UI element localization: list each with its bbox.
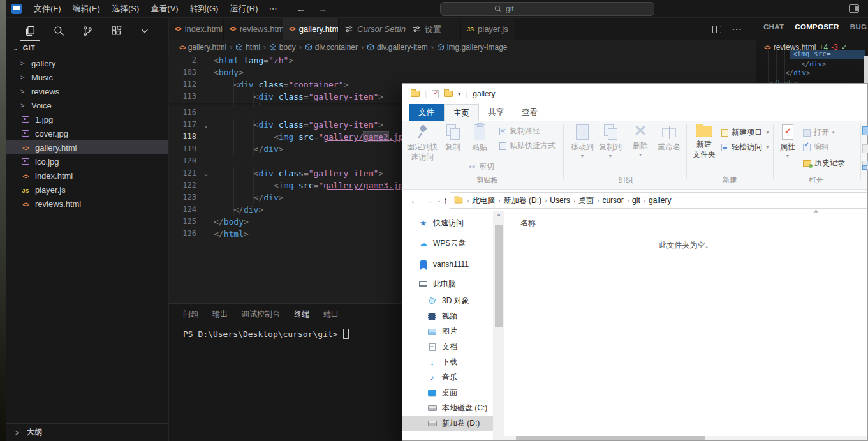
tree-folder-Voice[interactable]: >Voice (6, 98, 168, 112)
menu-item[interactable]: 转到(G) (184, 0, 224, 18)
ribbon-tab-file[interactable]: 文件 (409, 104, 444, 121)
fold-chevron-icon[interactable]: ⌄ (200, 119, 212, 131)
breadcrumb-item[interactable]: div.gallery-item (367, 43, 428, 52)
copy-path-button[interactable]: 复制路径 (499, 126, 540, 137)
menu-more-icon[interactable]: ⋯ (263, 4, 282, 13)
pin-to-quick-access-button[interactable]: 固定到快速访问 (404, 124, 441, 162)
panel-tab-调试控制台[interactable]: 调试控制台 (242, 309, 280, 320)
tree-folder-reviews[interactable]: >reviews (6, 84, 168, 98)
tree-file-gallery.html[interactable]: <>gallery.html (6, 140, 168, 154)
nav-item-本地磁盘 (C:)[interactable]: 本地磁盘 (C:) (402, 401, 493, 415)
menu-item[interactable]: 查看(V) (145, 0, 184, 18)
move-to-button[interactable]: 移动到 ▼ (567, 124, 598, 158)
file-list-area[interactable]: ^ 名称 此文件夹为空。 (504, 211, 867, 436)
nav-forward-icon[interactable]: → (424, 190, 433, 211)
editor-tab-player.js[interactable]: JSplayer.js (461, 18, 515, 40)
menu-item[interactable]: 运行(R) (224, 0, 263, 18)
explorer-files-icon[interactable] (24, 24, 36, 37)
nav-item-桌面[interactable]: 桌面 (402, 385, 493, 400)
nav-scrollbar-thumb[interactable] (495, 225, 503, 327)
nav-up-icon[interactable]: ↑ (443, 190, 448, 211)
tree-file-ico.jpg[interactable]: ico.jpg (6, 154, 168, 168)
paste-button[interactable]: 粘贴 (466, 124, 493, 153)
editor-tab-设置[interactable]: 设置 (406, 18, 461, 40)
editor-tab-gallery.html[interactable]: <>gallery.html× (283, 18, 339, 40)
nav-item-图片[interactable]: 图片 (402, 324, 493, 339)
ribbon-tab-share[interactable]: 共享 (479, 104, 513, 121)
cut-button[interactable]: ✂ 剪切 (469, 161, 494, 172)
nav-item-下载[interactable]: ↓下载 (402, 355, 493, 370)
column-header-name[interactable]: 名称 (520, 218, 536, 228)
panel-tab-问题[interactable]: 问题 (183, 309, 198, 320)
nav-item-3D 对象[interactable]: 3D 对象 (402, 294, 493, 308)
editor-more-icon[interactable]: ⋯ (732, 23, 742, 35)
nav-item-vansh1111[interactable]: vansh1111 (402, 257, 493, 271)
address-crumb-Users[interactable]: Users (548, 196, 571, 205)
tree-file-cover.jpg[interactable]: cover.jpg (6, 126, 168, 140)
horizontal-scrollbar-thumb[interactable] (516, 436, 705, 440)
extensions-icon[interactable] (110, 24, 122, 37)
breadcrumb-item[interactable]: <>gallery.html (179, 43, 226, 52)
address-crumb-桌面[interactable]: 桌面 (577, 195, 596, 206)
fold-chevron-icon[interactable]: ⌄ (200, 167, 212, 179)
breadcrumb-item[interactable]: html (235, 43, 260, 52)
editor-tab-reviews.html[interactable]: <>reviews.html (224, 18, 283, 40)
nav-item-WPS云盘[interactable]: ☁WPS云盘 (402, 236, 493, 251)
nav-item-视频[interactable]: 视频 (402, 309, 493, 324)
copy-button[interactable]: 复制 (439, 124, 466, 152)
properties-quick-icon[interactable] (432, 90, 439, 98)
paste-shortcut-button[interactable]: 粘贴快捷方式 (499, 140, 555, 151)
breadcrumb-item[interactable]: body (269, 43, 296, 52)
back-icon[interactable]: ← (297, 4, 305, 14)
copy-to-button[interactable]: 复制到 ▼ (595, 124, 626, 158)
panel-tab-输出[interactable]: 输出 (212, 309, 228, 320)
edit-button[interactable]: 编辑 (803, 142, 829, 153)
layout-panel-icon[interactable] (849, 4, 859, 13)
tree-file-reviews.html[interactable]: <>reviews.html (6, 197, 168, 211)
address-crumb-此电脑[interactable]: 此电脑 (470, 195, 497, 206)
tree-file-index.html[interactable]: <>index.html (6, 168, 168, 183)
panel-tab-终端[interactable]: 终端 (294, 309, 309, 320)
editor-tab-Cursor Settings[interactable]: Cursor Settings (339, 18, 406, 40)
delete-button[interactable]: ✕ 删除 ▼ (627, 123, 654, 157)
tree-folder-gallery[interactable]: >gallery (6, 56, 168, 70)
source-control-icon[interactable] (81, 24, 94, 37)
scroll-up-icon[interactable]: ^ (493, 211, 504, 220)
composer-scrollbar[interactable] (864, 56, 868, 84)
nav-recent-icon[interactable]: ⌄ (436, 190, 441, 211)
editor-tab-index.html[interactable]: <>index.html (169, 18, 224, 40)
breadcrumb-item[interactable]: div.container (305, 43, 358, 52)
address-crumb-cursor[interactable]: cursor (600, 196, 625, 205)
address-box[interactable]: ›此电脑›新加卷 (D:)›Users›桌面›cursor›git›galler… (450, 192, 867, 209)
new-item-button[interactable]: 新建项目 ▼ (721, 127, 770, 138)
nav-item-此电脑[interactable]: 此电脑 (402, 277, 493, 292)
ribbon-tab-home[interactable]: 主页 (444, 104, 479, 121)
split-editor-icon[interactable] (712, 26, 721, 33)
nav-item-文档[interactable]: 文档 (402, 340, 493, 354)
nav-item-快速访问[interactable]: ★快速访问 (402, 216, 493, 230)
ribbon-tab-view[interactable]: 查看 (513, 104, 547, 121)
outline-section[interactable]: > 大纲 (6, 423, 168, 441)
address-crumb-gallery[interactable]: gallery (647, 196, 673, 205)
history-button[interactable]: 历史记录 (803, 158, 845, 168)
nav-item-新加卷 (D:)[interactable]: 新加卷 (D:) (402, 416, 493, 431)
sort-ascending-icon[interactable]: ^ (814, 209, 818, 216)
tree-file-player.js[interactable]: JSplayer.js (6, 183, 168, 197)
command-center-search[interactable]: git (440, 2, 654, 16)
open-button[interactable]: 打开 ▾ (803, 127, 835, 138)
quick-access-caret-icon[interactable]: ▾ (458, 91, 460, 97)
tree-file-1.jpg[interactable]: 1.jpg (6, 112, 168, 126)
address-crumb-新加卷 (D:)[interactable]: 新加卷 (D:) (502, 195, 543, 206)
forward-icon[interactable]: → (318, 4, 327, 14)
properties-button[interactable]: 属性 ▼ (775, 124, 800, 158)
folder-quick-icon[interactable] (444, 91, 453, 97)
menu-item[interactable]: 文件(F) (28, 0, 67, 18)
explorer-section-header[interactable]: ⌄ GIT (6, 41, 168, 55)
panel-tab-端口[interactable]: 端口 (323, 309, 339, 320)
horizontal-scrollbar[interactable] (504, 436, 867, 440)
address-crumb-git[interactable]: git (630, 196, 642, 205)
rename-button[interactable]: 重命名 (652, 124, 686, 152)
search-sidebar-icon[interactable] (52, 24, 65, 37)
nav-item-音乐[interactable]: ♪音乐 (402, 370, 493, 385)
menu-item[interactable]: 编辑(E) (67, 0, 106, 18)
